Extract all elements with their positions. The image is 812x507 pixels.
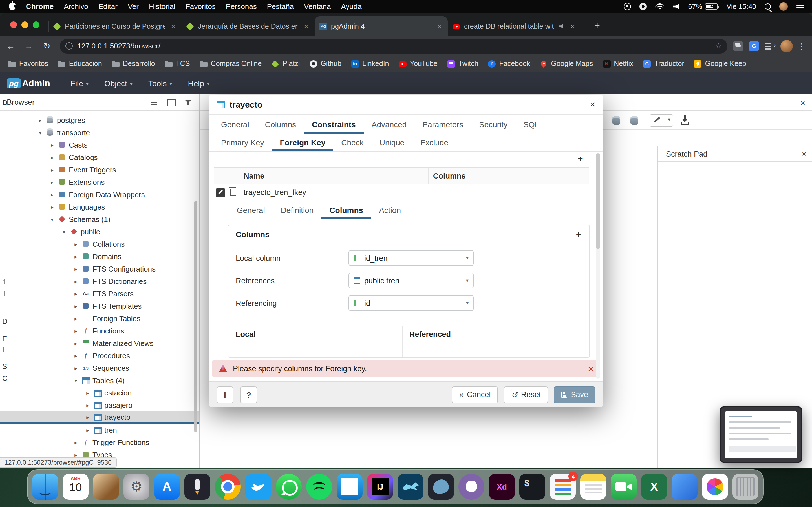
- tree-expand-arrow[interactable]: ▸: [73, 290, 79, 297]
- tree-item[interactable]: ▸ Collations: [0, 238, 199, 250]
- dialog-tab[interactable]: Columns: [257, 115, 304, 133]
- bookmark-item[interactable]: Desarrollo: [112, 60, 155, 68]
- tree-item[interactable]: ▸ Domains: [0, 250, 199, 263]
- tree-item[interactable]: ▸ 1.3 Sequences: [0, 362, 199, 374]
- fk-detail-tab[interactable]: General: [229, 201, 273, 219]
- tree-item[interactable]: ▸ Functions: [0, 325, 199, 337]
- preview-icon[interactable]: [702, 474, 728, 500]
- bookmark-item[interactable]: TCS: [165, 60, 190, 68]
- tree-item[interactable]: ▸ Foreign Tables: [0, 312, 199, 325]
- chrome-icon[interactable]: [215, 474, 241, 500]
- bookmark-item[interactable]: Google Maps: [540, 60, 593, 68]
- tree-expand-arrow[interactable]: ▾: [49, 216, 55, 222]
- bookmark-item[interactable]: Google Keep: [694, 60, 746, 68]
- tree-expand-arrow[interactable]: ▸: [73, 352, 79, 358]
- browser-tab[interactable]: Jerarquía de Bases de Datos en: [182, 16, 315, 36]
- tree-item[interactable]: ▸ Extensions: [0, 176, 199, 188]
- sync-status-icon[interactable]: [624, 3, 631, 10]
- launchpad-icon[interactable]: [185, 474, 210, 500]
- commit-icon[interactable]: [612, 116, 620, 125]
- tree-item[interactable]: ▸ Foreign Data Wrappers: [0, 188, 199, 201]
- githubdesktop-icon[interactable]: [458, 474, 485, 500]
- terminal-icon[interactable]: $: [519, 474, 545, 500]
- photos-icon[interactable]: [93, 474, 119, 500]
- tree-item[interactable]: ▸ postgres: [0, 114, 199, 126]
- apple-menu-icon[interactable]: [9, 3, 16, 10]
- reload-button[interactable]: [40, 39, 54, 53]
- delete-row-icon[interactable]: [230, 189, 236, 196]
- bookmark-item[interactable]: YouTube: [399, 60, 438, 68]
- tree-expand-arrow[interactable]: ▸: [73, 303, 79, 309]
- constraint-type-tab[interactable]: Foreign Key: [272, 134, 333, 151]
- zoom-window-button[interactable]: [33, 21, 40, 28]
- reset-button[interactable]: Reset: [504, 386, 548, 403]
- tree-expand-arrow[interactable]: ▸: [73, 340, 79, 346]
- collapse-all-icon[interactable]: [148, 97, 161, 107]
- tree-item[interactable]: ▸ Languages: [0, 201, 199, 213]
- tree-item[interactable]: ▾ Schemas (1): [0, 213, 199, 225]
- filter-icon[interactable]: [182, 97, 195, 107]
- tree-expand-arrow[interactable]: ▸: [49, 142, 55, 148]
- tab-close-icon[interactable]: [302, 22, 310, 30]
- fk-detail-tab[interactable]: Action: [371, 201, 409, 219]
- tree-item[interactable]: ▸ Procedures: [0, 349, 199, 362]
- notes-icon[interactable]: [580, 474, 606, 500]
- bookmark-item[interactable]: f Facebook: [488, 60, 530, 68]
- fk-detail-tab[interactable]: Definition: [273, 201, 322, 219]
- menu-item[interactable]: Ayuda: [341, 2, 362, 11]
- new-tab-button[interactable]: [591, 20, 603, 32]
- referencing-select[interactable]: id: [349, 295, 474, 311]
- tree-expand-arrow[interactable]: ▸: [85, 402, 91, 408]
- site-info-icon[interactable]: [65, 42, 73, 50]
- menu-item[interactable]: Archivo: [64, 2, 88, 11]
- edit-dropdown-button[interactable]: [650, 114, 673, 127]
- tree-item[interactable]: ▸ Materialized Views: [0, 337, 199, 349]
- tree-expand-arrow[interactable]: ▸: [73, 365, 79, 371]
- bookmark-item[interactable]: Github: [309, 60, 342, 68]
- dialog-tab[interactable]: Parameters: [414, 115, 471, 133]
- tree-item[interactable]: ▸ Event Triggers: [0, 163, 199, 176]
- tree-expand-arrow[interactable]: ▸: [49, 179, 55, 185]
- constraint-type-tab[interactable]: Exclude: [412, 134, 456, 151]
- xd-icon[interactable]: Xd: [489, 474, 515, 500]
- tree-item[interactable]: ▸ FTS Dictionaries: [0, 275, 199, 287]
- tree-item[interactable]: ▸ estacion: [0, 386, 199, 399]
- tree-item[interactable]: ▸ FTS Configurations: [0, 263, 199, 275]
- constraint-type-tab[interactable]: Primary Key: [213, 134, 272, 151]
- tree-item[interactable]: ▾ Tables (4): [0, 374, 199, 386]
- references-select[interactable]: public.tren: [349, 273, 474, 288]
- cancel-button[interactable]: Cancel: [452, 386, 498, 403]
- menu-item[interactable]: Pestaña: [267, 2, 294, 11]
- password-key-icon[interactable]: [733, 41, 743, 51]
- gear-icon[interactable]: [123, 474, 149, 500]
- url-bar[interactable]: 127.0.0.1:50273/browser/: [60, 39, 727, 53]
- browser-tab[interactable]: Pg pgAdmin 4: [315, 16, 448, 36]
- profile-avatar[interactable]: [780, 40, 793, 52]
- intellij-icon[interactable]: IJ: [367, 474, 393, 500]
- wifi-icon[interactable]: [656, 3, 665, 10]
- tree-item[interactable]: ▸ FTS Parsers: [0, 287, 199, 300]
- tab-close-icon[interactable]: [169, 22, 177, 30]
- forward-button[interactable]: [21, 39, 36, 53]
- minimize-window-button[interactable]: [21, 21, 28, 28]
- rollback-icon[interactable]: [630, 116, 638, 125]
- menu-item[interactable]: Favoritos: [186, 2, 216, 11]
- user-avatar[interactable]: [779, 2, 788, 11]
- twitter-icon[interactable]: [245, 474, 271, 500]
- finder-icon[interactable]: [32, 474, 58, 500]
- bookmark-star-icon[interactable]: [715, 42, 722, 50]
- control-center-icon[interactable]: [796, 4, 804, 9]
- dialog-tab[interactable]: Constraints: [304, 115, 364, 133]
- menu-item[interactable]: Personas: [226, 2, 257, 11]
- error-close-icon[interactable]: [588, 363, 593, 373]
- trash-icon[interactable]: [732, 474, 758, 500]
- tree-item[interactable]: ▸ tren: [0, 424, 199, 436]
- tree-item[interactable]: ▸ Trigger Functions: [0, 436, 199, 448]
- tree-expand-arrow[interactable]: ▸: [49, 191, 55, 198]
- tree-item[interactable]: ▸ trayecto: [0, 411, 199, 424]
- tree-expand-arrow[interactable]: ▸: [73, 328, 79, 334]
- excel-icon[interactable]: X: [641, 474, 667, 500]
- tree-expand-arrow[interactable]: ▸: [73, 253, 79, 260]
- postgres-icon[interactable]: [428, 474, 454, 500]
- vscode-icon[interactable]: [337, 474, 363, 500]
